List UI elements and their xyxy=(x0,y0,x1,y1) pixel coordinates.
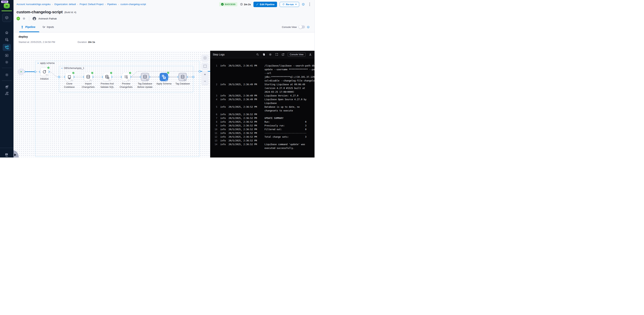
success-check-badge xyxy=(167,71,170,74)
breadcrumb-project[interactable]: Project: Default Project xyxy=(80,3,104,6)
breadcrumb-pipelines[interactable]: Pipelines xyxy=(107,3,117,6)
right-gutter xyxy=(314,0,322,158)
log-copy-icon[interactable] xyxy=(262,53,266,56)
breadcrumb-organization[interactable]: Organization: default xyxy=(54,3,76,6)
page-title: custom-changelog-script xyxy=(16,10,62,14)
log-line: 13info20/5/2025, 2:36:52 PM xyxy=(210,139,314,142)
step-node-apply-schema[interactable]: </> xyxy=(160,73,168,81)
log-line: 3info20/5/2025, 2:36:49 PMLiquibase Vers… xyxy=(210,94,314,98)
refresh-icon xyxy=(42,69,47,74)
log-line: 5info20/5/2025, 2:36:52 PMDatabase is up… xyxy=(210,105,314,112)
breadcrumb-current-pipeline[interactable]: custom-changelog-script xyxy=(120,3,146,6)
pipeline-canvas[interactable]: − apply schema − DBSchemaApply_1 xyxy=(14,51,210,158)
log-search-icon[interactable] xyxy=(256,53,259,56)
step-node-preview-changesets[interactable]: </> xyxy=(122,73,130,81)
cube-icon xyxy=(4,16,9,20)
log-line: 7info20/5/2025, 2:36:52 PMUPDATE SUMMARY xyxy=(210,116,314,120)
log-console-view-button[interactable]: Console View xyxy=(288,52,306,56)
canvas-select-tool-button[interactable] xyxy=(202,63,208,70)
stage-name: deploy xyxy=(18,35,312,38)
title-row: custom-changelog-script (Build Id: 4) xyxy=(14,8,314,15)
edit-pipeline-button[interactable]: Edit Pipeline xyxy=(254,2,277,7)
sidebar-item-org-resources[interactable] xyxy=(2,84,11,90)
log-open-external-icon[interactable] xyxy=(282,53,284,56)
success-check-badge xyxy=(129,72,132,74)
left-nav-sidebar: NEW ∞ xyxy=(0,0,14,158)
sidebar-item-pipelines-active[interactable] xyxy=(2,44,11,51)
more-options-menu[interactable] xyxy=(308,2,311,6)
rerun-button[interactable]: Re-run xyxy=(280,2,299,7)
module-switcher-button[interactable] xyxy=(2,14,11,22)
info-icon[interactable] xyxy=(307,26,310,28)
code-icon: </> xyxy=(89,79,92,81)
step-node-tag-database[interactable]: </> xyxy=(178,73,187,81)
sidebar-item-databases[interactable] xyxy=(2,37,11,42)
zoom-in-button[interactable]: + xyxy=(202,71,208,78)
duration-label: Duration: xyxy=(78,41,88,44)
log-fullscreen-icon[interactable] xyxy=(275,53,278,56)
info-icon[interactable] xyxy=(302,3,305,6)
console-view-toggle[interactable] xyxy=(298,26,305,28)
step-node-initialize[interactable]: </> xyxy=(40,68,48,76)
top-bar-actions: SUCCESS 2m 2s Edit Pipeline Re-run xyxy=(219,2,311,7)
tabs-bar: Pipeline Inputs Console View xyxy=(14,22,314,32)
sidebar-item-settings[interactable] xyxy=(2,59,11,65)
code-icon: </> xyxy=(165,80,168,81)
tab-pipeline[interactable]: Pipeline xyxy=(20,26,36,29)
step-label: Initialize xyxy=(36,77,52,81)
pipeline-start-node[interactable] xyxy=(18,68,24,75)
step-node-import-changesets[interactable]: </> xyxy=(84,73,92,81)
play-icon xyxy=(20,70,22,73)
step-label: Tag Database Before Update xyxy=(137,82,153,89)
success-check-badge xyxy=(47,66,50,69)
log-output[interactable]: 1info20/5/2025, 2:36:41 PM/liquibase/liq… xyxy=(210,58,314,150)
sidebar-item-account-resources[interactable] xyxy=(2,91,11,96)
pipeline-settings-gear-icon[interactable] xyxy=(22,17,26,20)
clock-icon xyxy=(240,3,243,6)
code-icon: </> xyxy=(184,79,186,81)
canvas-fullscreen-button[interactable] xyxy=(202,54,208,61)
sidebar-item-project-settings[interactable] xyxy=(2,72,11,78)
log-line: 1info20/5/2025, 2:36:41 PM/liquibase/liq… xyxy=(210,64,314,82)
step-node-preview-and-validate-sql[interactable]: </> xyxy=(103,73,111,81)
sidebar-item-executions[interactable] xyxy=(2,52,11,58)
gear-icon xyxy=(5,73,9,77)
step-logs-header: Step Logs Console View xyxy=(210,51,314,58)
step-label: Preview ChangeSets xyxy=(118,82,134,89)
person-icon xyxy=(33,18,36,20)
tab-pipeline-label: Pipeline xyxy=(25,26,36,28)
expand-icon xyxy=(204,56,206,60)
new-badge: NEW xyxy=(1,0,8,3)
harness-dbops-logo[interactable]: ∞ xyxy=(4,3,10,8)
zoom-out-button[interactable]: − xyxy=(202,78,208,85)
org-tree-gear-icon xyxy=(5,92,9,96)
breadcrumb-account[interactable]: Account: kurosakiichigo.songoku xyxy=(16,3,50,6)
code-icon: </> xyxy=(70,79,73,81)
step-node-clone-codebase[interactable]: </> xyxy=(65,73,74,81)
log-settings-gear-icon[interactable] xyxy=(268,53,272,56)
inputs-tab-icon xyxy=(42,26,45,29)
sidebar-bottom-divider xyxy=(0,148,14,148)
tab-inputs[interactable]: Inputs xyxy=(42,26,54,29)
sidebar-divider xyxy=(2,80,12,81)
log-line: 10info20/5/2025, 2:36:52 PMFiltered out:… xyxy=(210,128,314,131)
success-check-badge xyxy=(91,72,94,74)
page: NEW ∞ xyxy=(0,0,322,158)
repo-icon xyxy=(67,74,72,80)
marquee-select-icon xyxy=(204,65,206,68)
step-label: Preview And Validate SQL xyxy=(99,82,115,89)
success-check-badge xyxy=(110,72,112,74)
log-line: 6info20/5/2025, 2:36:52 PM xyxy=(210,112,314,116)
duration-value: 2m 1s xyxy=(88,41,95,44)
elapsed-value: 2m 2s xyxy=(244,3,251,6)
expand-arrow-icon xyxy=(14,154,16,156)
sidebar-item-home[interactable] xyxy=(2,30,11,36)
database-icon xyxy=(142,74,148,80)
sidebar-item-help[interactable] xyxy=(2,152,11,158)
tab-inputs-label: Inputs xyxy=(47,26,54,28)
top-bar: Account: kurosakiichigo.songoku › Organi… xyxy=(14,0,314,8)
step-label: Tag Database xyxy=(175,82,190,86)
step-node-tag-database-before-update[interactable]: </> xyxy=(141,73,149,81)
sidebar-divider xyxy=(2,68,12,68)
log-download-icon[interactable] xyxy=(309,53,312,56)
